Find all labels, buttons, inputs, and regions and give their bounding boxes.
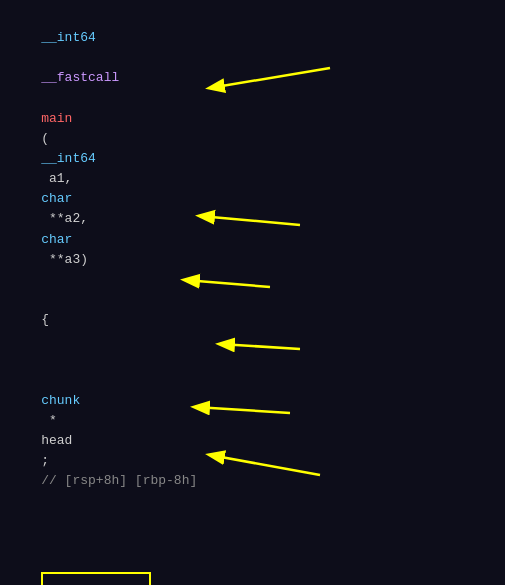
code-line-5-highlighted: head = ( chunk *) init_my ();: [10, 532, 495, 585]
code-line-empty: [10, 512, 495, 532]
highlight-init-my: head = ( chunk *) init_my ();: [41, 572, 150, 585]
code-line-3: chunk * head ; // [rsp+8h] [rbp-8h]: [10, 350, 495, 511]
code-line-1: __int64 __fastcall main ( __int64 a1, ch…: [10, 8, 495, 290]
token-type: __int64: [41, 30, 96, 45]
code-viewer: __int64 __fastcall main ( __int64 a1, ch…: [0, 0, 505, 585]
code-line-2: {: [10, 290, 495, 350]
